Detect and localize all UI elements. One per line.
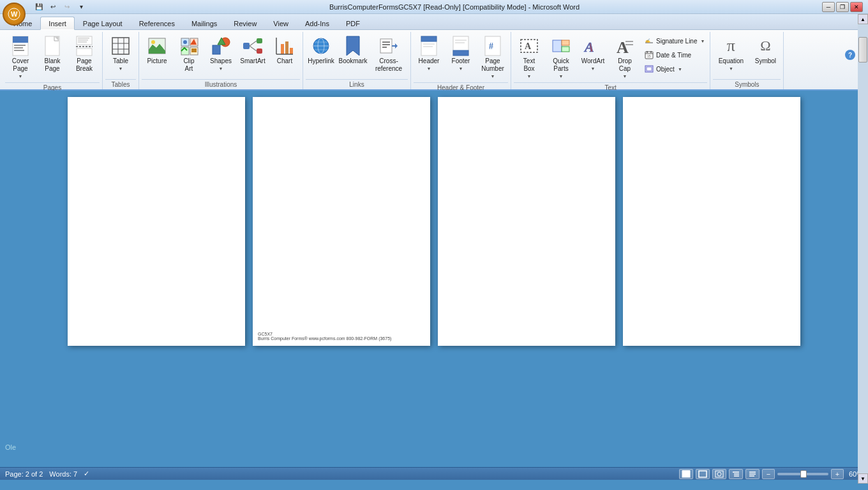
object-icon: [644, 64, 654, 74]
print-layout-view-button[interactable]: [679, 469, 693, 479]
wordart-icon: A: [583, 36, 603, 56]
undo-quick-btn[interactable]: ↩: [47, 2, 59, 12]
picture-icon: [147, 36, 167, 56]
svg-rect-71: [562, 40, 569, 45]
tab-mailings[interactable]: Mailings: [183, 17, 225, 29]
symbols-group: π Equation ▼ Ω Symbol Symbols: [710, 32, 784, 89]
text-box-button[interactable]: A TextBox ▼: [514, 33, 544, 81]
svg-rect-3: [13, 36, 28, 43]
web-layout-view-button[interactable]: [712, 469, 726, 479]
drop-cap-button[interactable]: A DropCap ▼: [610, 33, 640, 81]
date-time-button[interactable]: 15 Date & Time: [641, 48, 707, 61]
save-quick-btn[interactable]: 💾: [33, 2, 45, 12]
document-area: GC5X7 Burris Computer Forms® www.pcforms…: [0, 91, 868, 467]
close-button[interactable]: ✕: [850, 2, 863, 12]
table-button[interactable]: Table ▼: [105, 33, 136, 77]
svg-text:15: 15: [647, 54, 651, 58]
office-button[interactable]: W: [3, 3, 26, 26]
zoom-thumb[interactable]: [800, 470, 807, 478]
svg-point-23: [151, 40, 155, 44]
shapes-button[interactable]: Shapes ▼: [206, 33, 236, 77]
header-button[interactable]: Header ▼: [414, 33, 444, 77]
cross-reference-label: Cross-reference: [371, 57, 406, 73]
ole-text: Ole: [5, 443, 16, 451]
cover-page-button[interactable]: CoverPage ▼: [5, 33, 36, 81]
blank-page-button[interactable]: BlankPage: [37, 33, 68, 77]
object-label: Object: [656, 66, 675, 73]
zoom-slider[interactable]: [777, 470, 828, 479]
tab-insert[interactable]: Insert: [40, 17, 75, 30]
smartart-button[interactable]: SmartArt: [237, 33, 268, 77]
page-4: [623, 97, 800, 346]
svg-rect-63: [453, 50, 468, 56]
spell-check-icon[interactable]: ✓: [84, 470, 89, 478]
wordart-button[interactable]: A WordArt ▼: [578, 33, 608, 77]
header-footer-group: Header ▼ Footer ▼: [411, 32, 511, 89]
customize-quick-btn[interactable]: ▾: [75, 2, 87, 12]
page-number-button[interactable]: # PageNumber ▼: [477, 33, 508, 81]
minimize-button[interactable]: ─: [822, 2, 835, 12]
svg-rect-35: [243, 43, 250, 49]
tab-addins[interactable]: Add-Ins: [297, 17, 338, 29]
scroll-up-button[interactable]: ▲: [858, 14, 868, 24]
svg-text:A: A: [617, 38, 629, 56]
footer-arrow: ▼: [459, 66, 463, 71]
svg-rect-88: [699, 471, 707, 477]
bookmark-icon: [343, 36, 363, 56]
footer-button[interactable]: Footer ▼: [445, 33, 476, 77]
outline-view-button[interactable]: [729, 469, 743, 479]
page-number-arrow: ▼: [491, 74, 495, 78]
zoom-in-button[interactable]: +: [831, 469, 844, 479]
tab-references[interactable]: References: [131, 17, 183, 29]
signature-line-button[interactable]: ✍ Signature Line ▼: [641, 34, 707, 47]
svg-rect-32: [213, 45, 220, 54]
picture-label: Picture: [147, 57, 167, 65]
cover-page-icon: [10, 36, 31, 56]
page-break-button[interactable]: PageBreak: [69, 33, 100, 77]
scroll-down-button[interactable]: ▼: [858, 473, 868, 484]
redo-quick-btn[interactable]: ↪: [61, 2, 73, 12]
hyperlink-button[interactable]: Hyperlink: [306, 33, 336, 77]
zoom-out-button[interactable]: −: [762, 469, 775, 479]
chart-button[interactable]: Chart: [269, 33, 300, 77]
draft-view-button[interactable]: [745, 469, 760, 479]
clip-art-icon: [179, 36, 199, 56]
symbol-button[interactable]: Ω Symbol: [750, 33, 781, 77]
symbol-label: Symbol: [755, 57, 776, 65]
tab-pdf[interactable]: PDF: [338, 17, 368, 29]
page-break-icon: [74, 36, 94, 56]
object-button[interactable]: Object ▼: [641, 63, 707, 75]
clip-art-button[interactable]: ClipArt: [174, 33, 204, 77]
status-bar: Page: 2 of 2 Words: 7 ✓: [0, 467, 868, 480]
tab-page-layout[interactable]: Page Layout: [75, 17, 131, 29]
full-screen-view-button[interactable]: [696, 469, 710, 479]
svg-rect-72: [562, 47, 569, 52]
tab-review[interactable]: Review: [225, 17, 265, 29]
quick-parts-icon: [551, 36, 571, 56]
tab-view[interactable]: View: [265, 17, 297, 29]
wordart-label: WordArt: [581, 57, 605, 65]
page-footer-code: GC5X7: [258, 332, 391, 336]
picture-button[interactable]: Picture: [142, 33, 172, 77]
cross-reference-button[interactable]: Cross-reference: [370, 33, 408, 77]
pages-container: GC5X7 Burris Computer Forms® www.pcforms…: [68, 97, 800, 346]
quick-parts-button[interactable]: QuickParts ▼: [546, 33, 576, 81]
title-bar: W 💾 ↩ ↪ ▾ BurrisComputerFormsGC5X7 [Read…: [0, 0, 868, 14]
text-group: A TextBox ▼ QuickParts ▼: [511, 32, 710, 89]
svg-rect-15: [78, 40, 88, 41]
equation-label: Equation: [719, 57, 744, 65]
scroll-thumb[interactable]: [858, 37, 867, 63]
equation-button[interactable]: π Equation ▼: [713, 33, 749, 77]
svg-rect-13: [77, 48, 92, 56]
restore-button[interactable]: ❐: [836, 2, 849, 12]
scroll-track[interactable]: [858, 24, 868, 473]
links-group: Hyperlink Bookmark: [303, 32, 411, 89]
svg-rect-43: [290, 48, 293, 54]
page-info: Page: 2 of 2: [5, 470, 43, 478]
vertical-scrollbar[interactable]: ▲ ▼: [858, 14, 868, 484]
help-icon[interactable]: ?: [845, 50, 855, 60]
ribbon-tabs: Home Insert Page Layout References Maili…: [0, 14, 868, 30]
bookmark-button[interactable]: Bookmark: [338, 33, 368, 77]
page-3: [438, 97, 615, 346]
blank-page-icon: [42, 36, 63, 56]
